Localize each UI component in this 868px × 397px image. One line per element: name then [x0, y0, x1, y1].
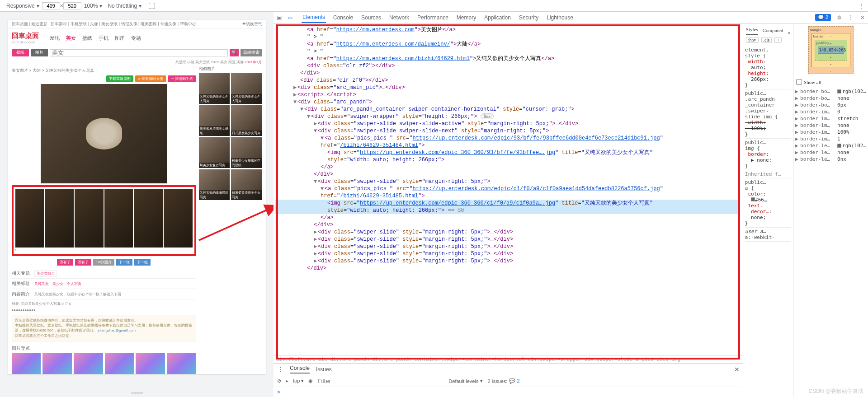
side-item: 日系柔美清纯美少女写真 [231, 169, 262, 200]
styles-pane[interactable]: Styles Computed » :hov .cls + element.st… [743, 23, 793, 397]
console-filter-input[interactable] [317, 378, 408, 384]
clear-console-icon[interactable]: ⊘ [277, 378, 281, 384]
rotate-icon[interactable] [149, 3, 155, 9]
tab-performance[interactable]: Performance [416, 13, 449, 23]
download-button[interactable]: 下载高清原图 [106, 75, 133, 82]
main-image[interactable] [41, 84, 167, 183]
settings-icon[interactable]: ⚙ [835, 14, 843, 21]
side-item: 又纯又欲的美少女个人写真 [231, 73, 262, 104]
tab-computed[interactable]: Computed [763, 28, 783, 35]
tab-console[interactable]: Console [332, 13, 354, 23]
top-context[interactable]: top ▾ [293, 378, 304, 384]
tab-application[interactable]: Application [483, 13, 512, 23]
computed-pane[interactable]: margin -- border -- padding -- 149.854×2… [793, 23, 868, 397]
console-menu-icon[interactable]: ⋮ [277, 366, 283, 373]
side-item: 日式黑发美少女写真 [231, 105, 262, 136]
tab-elements[interactable]: Elements [302, 12, 326, 23]
log-levels-select[interactable]: Default levels ▾ [448, 378, 483, 384]
pager[interactable]: 没有了 没有了 1/8张图片 下一张 下一组 [12, 259, 196, 266]
execution-context-icon[interactable]: ▸ [286, 378, 288, 384]
devtools-tabs[interactable]: ▣ ▭ Elements Console Sources Network Per… [274, 12, 868, 23]
next-arrow-icon[interactable]: › [15, 248, 193, 252]
show-all-checkbox[interactable] [796, 79, 802, 85]
tab-drawer-console[interactable]: Console [290, 365, 310, 374]
device-toggle-icon[interactable]: ▭ [286, 14, 293, 21]
gallery-item [136, 353, 165, 374]
footer-note: 回车桌面壁纸拒绝虚假内容，如这篇文章对您有用，欢迎收藏分享给朋友们。 本站提供风… [12, 315, 196, 341]
site-top-links: 回车桌面 | 最近更新 | 回车素材 | 手机壁纸 | 头像 | 美女壁纸 | … [12, 21, 196, 27]
side-item: 绝美蓝发清纯美女壁纸 [199, 105, 230, 136]
gallery-item [167, 353, 196, 374]
tab-styles[interactable]: Styles [746, 27, 758, 35]
close-devtools-icon[interactable]: ✕ [859, 14, 866, 21]
search-input[interactable] [50, 49, 228, 56]
tab-sources[interactable]: Sources [360, 13, 382, 23]
breadcrumb-trail[interactable]: div.fleft.arc_pic div.arc_pandn div.arc_… [274, 355, 743, 363]
side-item: 柯基美少女壁纸的空间壁纸 [231, 137, 262, 168]
site-nav[interactable]: 发现 美女 壁纸 手机 图库 专题 [50, 35, 141, 42]
scan-button[interactable]: ⇒ 扫描到手机 [168, 75, 196, 82]
search-button[interactable]: 🔍 [230, 49, 239, 56]
watermark: CSDN @在猴站学算法 [808, 388, 863, 395]
tab-lighthouse[interactable]: Lighthouse [546, 13, 574, 23]
device-menu-icon[interactable]: ⋮ [858, 2, 864, 9]
devtools-menu-icon[interactable]: ⋮ [847, 14, 854, 21]
tab-drawer-issues[interactable]: Issues [316, 366, 332, 373]
tab-security[interactable]: Security [518, 13, 539, 23]
height-input[interactable] [63, 2, 81, 9]
thumbnail-strip[interactable]: › [12, 185, 196, 256]
messages-badge[interactable]: 💬 2 [815, 14, 831, 21]
site-logo-sub: enterdesk.com [12, 40, 39, 44]
issues-badge[interactable]: 2 Issues: 💬 2 [487, 378, 519, 384]
side-item: 灿美少女复古写真 [199, 137, 230, 168]
cls-toggle[interactable]: .cls [761, 37, 772, 43]
zoom-select[interactable]: 100% ▾ [84, 3, 103, 9]
resize-handle-icon[interactable]: ═══ [132, 389, 142, 396]
throttling-select[interactable]: No throttling ▾ [108, 3, 142, 9]
inspect-icon[interactable]: ▣ [275, 14, 283, 21]
thumb-item [134, 189, 163, 248]
side-item: 又纯又欲的美少女个人写真 [199, 73, 230, 104]
boxmodel-content: 149.854×266 [818, 47, 844, 54]
site-top-right: ❤切换壁气 [242, 21, 262, 27]
device-preview: 回车桌面 | 最近更新 | 回车素材 | 手机壁纸 | 头像 | 美女壁纸 | … [0, 12, 274, 397]
new-rule-icon[interactable]: + [774, 37, 782, 43]
view-hd-button[interactable]: ⊕ 查看清晰大图 [135, 75, 166, 82]
breadcrumb: 美女图片 > 大陆 > 又纯又欲的美少女个人写真 [12, 66, 196, 75]
devtools: ▣ ▭ Elements Console Sources Network Per… [274, 12, 868, 397]
selected-element: <img src="https://up.enterdesk.com/edpic… [275, 200, 740, 207]
tab-memory[interactable]: Memory [456, 13, 477, 23]
thumb-item [45, 189, 74, 248]
hov-toggle[interactable]: :hov [746, 37, 759, 43]
advanced-search-button[interactable]: 高级搜索 [241, 49, 262, 56]
gallery-item [105, 353, 134, 374]
search-tab-active[interactable]: 壁纸 [12, 49, 29, 56]
thumb-item [75, 189, 104, 248]
thumb-item [104, 189, 133, 248]
side-item: 又纯又欲的慵懒晨起写真 [199, 169, 230, 200]
live-expression-icon[interactable]: ◉ [308, 378, 313, 384]
close-drawer-icon[interactable]: ✕ [734, 366, 740, 373]
preview-frame: 回车桌面 | 最近更新 | 回车素材 | 手机壁纸 | 头像 | 美女壁纸 | … [8, 20, 266, 374]
console-prompt[interactable]: > [274, 387, 743, 397]
thumb-item [15, 189, 44, 248]
site-logo: 囧車桌面 [12, 32, 39, 40]
thumb-item [164, 189, 193, 248]
device-select[interactable]: Responsive ▾ [6, 3, 39, 9]
gallery-item [12, 353, 41, 374]
search-tab[interactable]: 图片 [31, 49, 48, 56]
gallery-item [42, 353, 72, 374]
tab-network[interactable]: Network [388, 13, 410, 23]
width-input[interactable] [42, 2, 60, 9]
styles-more-icon[interactable]: » [788, 29, 791, 35]
gallery-item [74, 353, 103, 374]
elements-tree[interactable]: <a href="https://mm.enterdesk.com">美女图片<… [274, 23, 743, 355]
